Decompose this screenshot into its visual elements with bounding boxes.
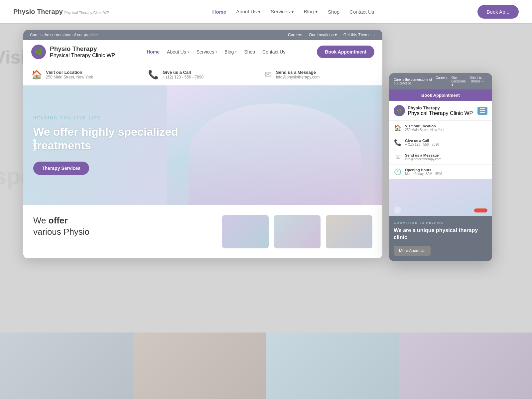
slide-dot-3[interactable] xyxy=(33,149,36,151)
nav-brand-text: Physio Therapy Physical Therapy Clinic W… xyxy=(50,45,115,59)
info-phone: 📞 Give us a Call + (12) 123 - 556 - 7890 xyxy=(141,69,258,80)
bg-navbar: Physio Therapy Physical Therapy Clinic W… xyxy=(0,0,532,23)
offer-bold: offer xyxy=(49,215,68,225)
about-chevron: ▾ xyxy=(188,50,189,54)
mobile-email-text: Send us a Message info@physiotherapy.com xyxy=(405,153,441,161)
location-text: Visit our Location 250 Main Street, New … xyxy=(46,70,93,79)
slide-dot-1[interactable] xyxy=(33,139,36,142)
top-bar-careers[interactable]: Careers xyxy=(288,33,302,37)
top-bar-links: Careers Our Locations ▾ Get this Theme → xyxy=(288,33,376,37)
nav-services[interactable]: Services ▾ xyxy=(197,49,217,55)
book-appointment-button[interactable]: Book Appointment xyxy=(317,46,374,58)
mobile-info-phone: 📞 Give us a Call + (12) 123 - 556 - 7890 xyxy=(389,135,492,150)
hero-title: We offer highly specialized treatments xyxy=(33,125,211,152)
nav-logo: 🌿 xyxy=(31,45,46,59)
phone-icon: 📞 xyxy=(148,69,159,80)
bg-nav-about[interactable]: About Us ▾ xyxy=(236,9,261,15)
bg-nav-contact[interactable]: Contact Us xyxy=(349,9,374,15)
mobile-clock-icon: 🕐 xyxy=(394,168,402,176)
email-title: Send us a Message xyxy=(276,70,320,75)
bg-book-button[interactable]: Book Ap... xyxy=(477,5,519,19)
mobile-email-sub: info@physiotherapy.com xyxy=(405,157,441,161)
mobile-location-text: Visit our Location 250 Main Street, New … xyxy=(405,124,444,132)
info-bar: 🏠 Visit our Location 250 Main Street, Ne… xyxy=(23,64,382,85)
main-nav: 🌿 Physio Therapy Physical Therapy Clinic… xyxy=(23,40,382,64)
bg-nav-blog[interactable]: Blog ▾ xyxy=(304,9,318,15)
mobile-email-icon: ✉ xyxy=(394,154,402,161)
nav-links: Home About Us ▾ Services ▾ Blog ▾ Shop C… xyxy=(147,49,285,55)
blog-chevron: ▾ xyxy=(235,50,237,54)
email-icon: ✉ xyxy=(265,69,272,80)
mobile-careers[interactable]: Careers xyxy=(436,76,448,87)
mobile-location-title: Visit our Location xyxy=(405,124,444,128)
bg-nav-services[interactable]: Services ▾ xyxy=(271,9,294,15)
mobile-info-hours: 🕐 Opening Hours Mon - Friday: 8AM - 5PM xyxy=(389,165,492,179)
mobile-top-links: Careers Our Locations ▾ Get this Theme → xyxy=(436,76,487,87)
bg-bottom-images xyxy=(0,332,532,399)
therapy-services-button[interactable]: Therapy Services xyxy=(33,162,89,175)
nav-about[interactable]: About Us ▾ xyxy=(167,49,189,55)
bg-brand: Physio Therapy Physical Therapy Clinic W… xyxy=(13,8,109,16)
offer-section: We offer various Physio xyxy=(33,215,372,248)
offer-title: We offer various Physio xyxy=(33,215,212,238)
services-chevron: ▾ xyxy=(215,50,217,54)
slide-dot-2[interactable] xyxy=(33,144,36,147)
top-bar-theme[interactable]: Get this Theme → xyxy=(343,33,376,37)
mobile-phone-icon: 📞 xyxy=(394,139,402,146)
logo-icon: 🌿 xyxy=(35,48,43,56)
offer-subtitle: various Physio xyxy=(33,227,89,237)
mobile-hours-text: Opening Hours Mon - Friday: 8AM - 5PM xyxy=(405,168,442,176)
brand-name: Physio Therapy xyxy=(50,45,115,53)
phone-sub: + (12) 123 - 556 - 7890 xyxy=(163,75,203,79)
hamburger-line-1 xyxy=(480,108,485,109)
mobile-bottom-title: We are a unique physical therapy clinic xyxy=(394,227,487,241)
mobile-email-title: Send us a Message xyxy=(405,153,441,157)
mobile-nav: 🌿 Physio Therapy Physical Therapy Clinic… xyxy=(389,101,492,121)
mobile-card: Care is the cornerstone of our practice … xyxy=(389,73,492,261)
mobile-top-bar: Care is the cornerstone of our practice … xyxy=(389,73,492,89)
mobile-logo-icon: 🌿 xyxy=(397,108,402,113)
nav-contact[interactable]: Contact Us xyxy=(262,49,285,55)
top-bar-message: Care is the cornerstone of our practice xyxy=(30,33,98,37)
nav-shop[interactable]: Shop xyxy=(244,49,255,55)
mobile-info-location: 🏠 Visit our Location 250 Main Street, Ne… xyxy=(389,121,492,135)
email-text: Send us a Message info@physiotherapy.com xyxy=(276,70,320,79)
mobile-slide-bar xyxy=(474,208,487,212)
mobile-more-button[interactable]: More About Us xyxy=(394,246,431,256)
mobile-phone-title: Give us a Call xyxy=(405,139,439,143)
mobile-brand-tagline: Physical Therapy Clinic WP xyxy=(408,110,473,116)
bg-brand-tagline: Physical Therapy Clinic WP xyxy=(64,11,109,15)
bg-img-2 xyxy=(133,332,266,399)
mobile-hamburger[interactable] xyxy=(477,107,487,115)
nav-home[interactable]: Home xyxy=(147,49,160,55)
offer-img-2 xyxy=(274,215,321,248)
info-email: ✉ Send us a Message info@physiotherapy.c… xyxy=(258,69,374,80)
hero-section: HELPING YOU LIVE LIFE We offer highly sp… xyxy=(23,85,382,205)
location-title: Visit our Location xyxy=(46,70,93,75)
hamburger-line-3 xyxy=(480,112,485,113)
bg-img-3 xyxy=(266,332,399,399)
bg-img-4 xyxy=(399,332,532,399)
location-icon: 🏠 xyxy=(31,69,42,80)
nav-blog[interactable]: Blog ▾ xyxy=(224,49,237,55)
email-sub: info@physiotherapy.com xyxy=(276,75,320,79)
mobile-theme[interactable]: Get this Theme → xyxy=(470,76,487,87)
top-bar: Care is the cornerstone of our practice … xyxy=(23,30,382,40)
mobile-slide-prev[interactable]: ‹ xyxy=(394,206,401,214)
bg-nav-home[interactable]: Home xyxy=(212,9,226,15)
bg-brand-name: Physio Therapy xyxy=(13,8,63,15)
mobile-book-button[interactable]: Book Appointment xyxy=(389,89,492,101)
hero-content: HELPING YOU LIVE LIFE We offer highly sp… xyxy=(23,85,221,205)
top-bar-locations[interactable]: Our Locations ▾ xyxy=(309,33,337,37)
offer-images xyxy=(222,215,372,248)
bg-img-1 xyxy=(0,332,133,399)
mobile-locations[interactable]: Our Locations ▾ xyxy=(452,76,466,87)
bg-nav-shop[interactable]: Shop xyxy=(328,9,339,15)
slide-dots xyxy=(33,139,36,151)
bg-nav-links: Home About Us ▾ Services ▾ Blog ▾ Shop C… xyxy=(212,9,374,15)
mobile-logo: 🌿 xyxy=(394,105,405,116)
mobile-phone-text: Give us a Call + (12) 123 - 556 - 7890 xyxy=(405,139,439,146)
location-sub: 250 Main Street, New York xyxy=(46,75,93,79)
mobile-top-message: Care is the cornerstone of our practice xyxy=(394,78,436,85)
mobile-location-icon: 🏠 xyxy=(394,124,402,132)
